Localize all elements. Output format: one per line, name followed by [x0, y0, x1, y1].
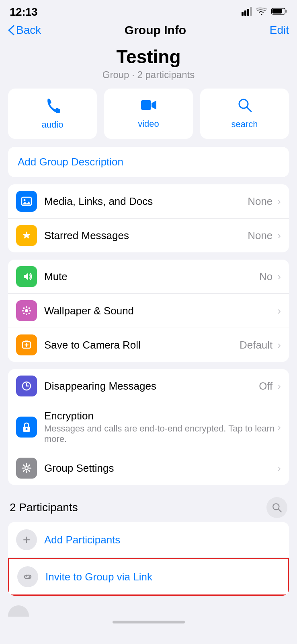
svg-point-11 [24, 199, 26, 201]
svg-point-25 [25, 466, 28, 470]
media-text: Media, Links, and Docs [44, 195, 248, 208]
mute-value: No [259, 270, 272, 283]
settings-icon [16, 458, 37, 479]
svg-point-13 [26, 306, 27, 308]
section-media: Media, Links, and Docs None › Starred Me… [8, 184, 289, 252]
encryption-title: Encryption [44, 410, 276, 422]
group-name: Testing [8, 46, 289, 68]
disappearing-value: Off [259, 380, 272, 392]
encryption-subtitle: Messages and calls are end-to-end encryp… [44, 423, 276, 444]
svg-rect-2 [247, 9, 249, 16]
wallpaper-text: Wallpaper & Sound [44, 305, 276, 317]
invite-label: Invite to Group via Link [45, 571, 152, 583]
settings-text: Group Settings [44, 462, 276, 475]
status-icons [242, 7, 287, 17]
encryption-text: Encryption Messages and calls are end-to… [44, 410, 276, 444]
svg-rect-6 [286, 10, 287, 13]
encryption-row[interactable]: Encryption Messages and calls are end-to… [8, 403, 289, 451]
media-value: None [248, 195, 272, 208]
partial-row [8, 602, 289, 617]
mute-text: Mute [44, 270, 259, 283]
participants-search-button[interactable] [266, 497, 287, 518]
svg-rect-1 [244, 10, 246, 16]
group-settings-row[interactable]: Group Settings › [8, 451, 289, 485]
camera-title: Save to Camera Roll [44, 339, 240, 351]
media-title: Media, Links, and Docs [44, 195, 248, 208]
status-time: 12:13 [10, 6, 37, 19]
encryption-chevron: › [277, 421, 281, 433]
media-links-row[interactable]: Media, Links, and Docs None › [8, 184, 289, 219]
svg-point-16 [29, 310, 31, 312]
wallpaper-title: Wallpaper & Sound [44, 305, 276, 317]
nav-title: Group Info [125, 23, 186, 37]
section-security: Disappearing Messages Off › Encryption M… [8, 369, 289, 485]
svg-point-14 [26, 314, 27, 315]
invite-link-row[interactable]: Invite to Group via Link [8, 558, 289, 596]
encryption-icon [16, 417, 37, 438]
svg-point-15 [22, 310, 24, 312]
wallpaper-row[interactable]: Wallpaper & Sound › [8, 294, 289, 328]
disappearing-title: Disappearing Messages [44, 380, 259, 392]
audio-button[interactable]: audio [8, 89, 97, 139]
mute-icon [16, 266, 37, 287]
group-subtitle: Group · 2 participants [8, 69, 289, 80]
svg-line-27 [279, 509, 281, 512]
wifi-icon [256, 7, 267, 17]
edit-button[interactable]: Edit [270, 24, 289, 37]
action-row: audio video search [0, 89, 297, 147]
starred-title: Starred Messages [44, 229, 248, 242]
mute-title: Mute [44, 270, 259, 283]
participants-title: 2 Participants [10, 501, 78, 514]
camera-icon [16, 334, 37, 355]
video-icon [141, 98, 157, 116]
home-bar [113, 621, 185, 623]
svg-rect-3 [250, 7, 252, 16]
search-button[interactable]: search [200, 89, 289, 139]
participants-card: + Add Participants Invite to Group via L… [8, 522, 289, 596]
mute-row[interactable]: Mute No › [8, 260, 289, 294]
starred-messages-row[interactable]: Starred Messages None › [8, 219, 289, 252]
link-icon [17, 566, 38, 587]
video-button[interactable]: video [104, 89, 193, 139]
starred-icon [16, 225, 37, 246]
add-participants-row[interactable]: + Add Participants [8, 522, 289, 558]
wallpaper-icon [16, 300, 37, 321]
disappearing-row[interactable]: Disappearing Messages Off › [8, 369, 289, 403]
nav-bar: Back Group Info Edit [0, 21, 297, 42]
search-label: search [231, 119, 258, 130]
svg-rect-7 [141, 100, 151, 110]
disappearing-text: Disappearing Messages [44, 380, 259, 392]
home-indicator [0, 617, 297, 626]
signal-icon [242, 7, 252, 17]
phone-icon [45, 97, 60, 116]
add-participants-label: Add Participants [44, 534, 120, 546]
svg-rect-0 [242, 12, 244, 16]
svg-point-12 [25, 309, 28, 312]
camera-value: Default [240, 339, 272, 351]
camera-text: Save to Camera Roll [44, 339, 240, 351]
search-icon [238, 98, 252, 116]
group-header: Testing Group · 2 participants [0, 42, 297, 89]
video-label: video [138, 119, 159, 129]
media-chevron: › [277, 195, 281, 208]
svg-rect-5 [272, 9, 282, 14]
add-description[interactable]: Add Group Description [8, 147, 289, 177]
back-button[interactable]: Back [8, 24, 41, 37]
starred-chevron: › [277, 229, 281, 242]
section-notifications: Mute No › Wallpaper & Sound › [8, 260, 289, 362]
audio-label: audio [42, 120, 63, 130]
svg-point-24 [26, 428, 28, 430]
svg-line-9 [247, 107, 251, 111]
disappearing-chevron: › [277, 380, 281, 392]
mute-chevron: › [277, 270, 281, 283]
status-bar: 12:13 [0, 0, 297, 21]
plus-icon: + [16, 529, 37, 550]
svg-point-20 [29, 313, 30, 314]
media-icon [16, 191, 37, 212]
camera-roll-row[interactable]: Save to Camera Roll Default › [8, 328, 289, 362]
starred-text: Starred Messages [44, 229, 248, 242]
svg-point-17 [23, 308, 25, 309]
participants-header: 2 Participants [0, 492, 297, 522]
settings-title: Group Settings [44, 462, 276, 475]
wallpaper-chevron: › [277, 305, 281, 317]
